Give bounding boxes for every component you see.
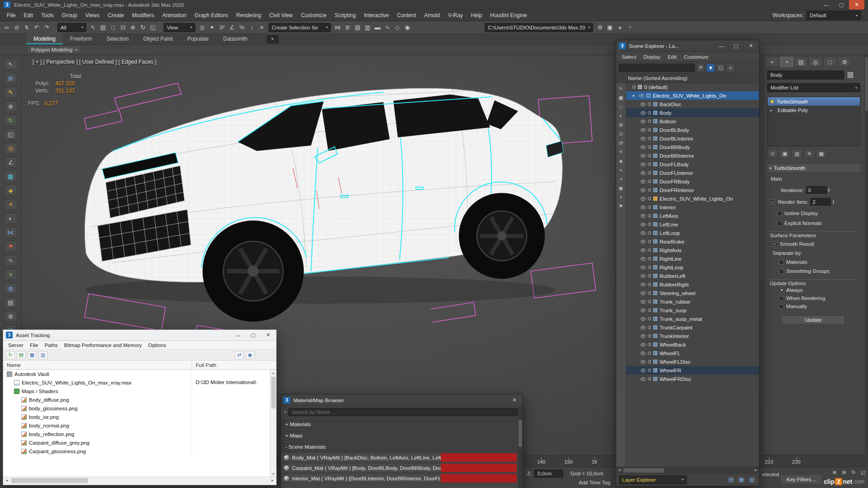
scene-object-row[interactable]: WheelFRDisc	[626, 375, 759, 383]
window-crossing-icon[interactable]: ⊡	[118, 23, 128, 32]
scene-object-row[interactable]: Electric_SUV_White_Lights_On	[626, 194, 759, 203]
scale-tool-icon[interactable]: ◱	[5, 129, 17, 140]
asset-row-body-reflection[interactable]: body_reflection.png	[3, 430, 276, 438]
material-browser-scrollbar[interactable]	[518, 406, 523, 488]
at-menu-server[interactable]: Server	[5, 341, 27, 350]
menu-help[interactable]: Help	[467, 10, 486, 21]
asset-row-body-glossiness[interactable]: body_glossiness.png	[3, 404, 276, 413]
scene-object-row[interactable]: Body	[626, 108, 759, 117]
scene-explorer-hscrollbar[interactable]: ◄ ►	[616, 467, 759, 473]
menu-modifiers[interactable]: Modifiers	[128, 10, 158, 21]
visibility-eye-icon[interactable]	[641, 369, 646, 372]
pan-icon[interactable]: ⊞	[840, 468, 849, 476]
redo-icon[interactable]: ↷	[42, 23, 52, 32]
spinner-arrows-icon[interactable]: ▲▼	[832, 200, 835, 204]
visibility-eye-icon[interactable]	[641, 120, 646, 123]
scene-object-row[interactable]: WheelFL	[626, 349, 759, 357]
turbosmooth-rollout-header[interactable]: ▾ TurboSmooth	[766, 164, 861, 173]
grid-view-icon[interactable]: ▦	[737, 476, 746, 484]
menu-file[interactable]: File	[3, 10, 19, 21]
add-time-tag[interactable]: Add Time Tag	[579, 480, 610, 485]
isoline-checkbox[interactable]	[777, 211, 782, 216]
object-name-field[interactable]: Body	[767, 70, 844, 80]
visibility-eye-icon[interactable]	[641, 137, 646, 141]
scroll-left-icon[interactable]: ◄	[616, 467, 623, 474]
scene-object-row[interactable]: RightLine	[626, 254, 759, 263]
select-all-icon[interactable]: ▣	[617, 94, 625, 102]
render-production-icon[interactable]: ◕	[615, 23, 625, 32]
align-tool-icon[interactable]: ≡	[5, 269, 17, 280]
modify-tab-icon[interactable]: ◔	[780, 57, 793, 67]
explicit-normals-checkbox[interactable]	[777, 221, 782, 226]
details-view-icon[interactable]: ▥	[38, 351, 47, 359]
shading-tool-icon[interactable]: ◐	[5, 213, 17, 224]
table-view-icon[interactable]: ▤	[17, 351, 26, 359]
maximize-button[interactable]: ▢	[834, 0, 849, 9]
visibility-eye-icon[interactable]	[641, 317, 646, 321]
scene-object-row[interactable]: DoorBRBody	[626, 143, 759, 151]
search-input[interactable]	[619, 64, 695, 72]
menu-houdini-engine[interactable]: Houdini Engine	[486, 10, 531, 21]
iterations-value[interactable]: 0	[806, 186, 827, 194]
create-tab-icon[interactable]: +	[765, 57, 779, 67]
flag-tool-icon[interactable]: ⚑	[5, 241, 17, 252]
move-icon[interactable]: ⊕	[128, 23, 138, 32]
visibility-eye-icon[interactable]	[641, 206, 646, 209]
scrollbar-thumb[interactable]	[11, 478, 88, 483]
maximize-button[interactable]: ▢	[248, 331, 259, 340]
visibility-eye-icon[interactable]	[641, 197, 646, 201]
scroll-left-icon[interactable]: ◄	[3, 479, 10, 483]
scene-object-row[interactable]: DoorBRInterior	[626, 151, 759, 160]
asset-row-carpaint-diffuse[interactable]: Carpaint_diffuse_grey.png	[3, 438, 276, 447]
visibility-eye-icon[interactable]	[641, 223, 646, 226]
scene-object-row[interactable]: DoorFRInterior	[626, 186, 759, 194]
visibility-eye-icon[interactable]	[641, 352, 646, 355]
visibility-eye-icon[interactable]	[641, 257, 646, 261]
spinner-arrows-icon[interactable]: ▲▼	[828, 188, 830, 192]
spinner-snap-icon[interactable]: ↕	[247, 23, 257, 32]
material-row-body-mat[interactable]: Body_Mat ( VRayMtl ) [BackDisc, Bottom, …	[281, 453, 517, 462]
visibility-eye-icon[interactable]	[641, 111, 646, 115]
asset-tracking-titlebar[interactable]: 3 Asset Tracking — ▢ ✕	[3, 330, 276, 341]
scene-object-row[interactable]: LeftLoop	[626, 229, 759, 237]
show-shapes-icon[interactable]: ∿	[617, 166, 625, 174]
explorer-mode-dropdown[interactable]: Layer Explorer ▾	[619, 475, 687, 484]
menu-content[interactable]: Content	[393, 10, 420, 21]
pick-icon[interactable]: ↖	[617, 84, 625, 93]
asset-row-maps[interactable]: Maps / Shaders	[3, 387, 276, 395]
select-by-name-icon[interactable]: ▤	[98, 23, 108, 32]
minimize-button[interactable]: —	[818, 0, 834, 9]
material-tool-icon[interactable]: ◍	[5, 283, 17, 294]
modifier-list-dropdown[interactable]: Modifier List ▾	[767, 83, 860, 92]
material-browser-titlebar[interactable]: 3 Material/Map Browser ✕	[281, 394, 523, 406]
utilities-tab-icon[interactable]: ⚙	[838, 57, 851, 67]
visibility-eye-icon[interactable]	[641, 171, 646, 175]
scene-object-row[interactable]: TrunkInterior	[626, 332, 759, 340]
paint-select-icon[interactable]: ✎	[5, 87, 17, 98]
configure-modifier-sets-icon[interactable]: ▦	[816, 149, 827, 158]
undo-icon[interactable]: ↶	[32, 23, 42, 32]
rotate-tool-icon[interactable]: ↻	[5, 115, 17, 126]
scene-object-row[interactable]: Trunk_susp_metal	[626, 314, 759, 323]
render-setup-icon[interactable]: ⚙	[595, 23, 605, 32]
remove-modifier-icon[interactable]: ✕	[804, 149, 815, 158]
ribbon-tab-populate[interactable]: Populate	[180, 33, 216, 44]
materials-checkbox[interactable]	[779, 260, 784, 265]
menu-arnold[interactable]: Arnold	[420, 10, 444, 21]
gizmo-tool-icon[interactable]: ◈	[5, 185, 17, 196]
scene-object-row[interactable]: DoorBLBody	[626, 126, 759, 134]
object-color-swatch[interactable]	[847, 71, 854, 79]
percent-snap-icon[interactable]: %	[237, 23, 247, 32]
mirror-tool-icon[interactable]: ⋈	[5, 227, 17, 238]
smooth-result-checkbox[interactable]: ✓	[773, 242, 778, 247]
polygon-modeling-button[interactable]: Polygon Modeling ▾	[27, 46, 81, 54]
info-icon[interactable]: ◉	[245, 351, 255, 359]
find-icon[interactable]: ⊙	[617, 130, 625, 138]
name-column-header[interactable]: Name	[3, 361, 192, 369]
layer-row-electric-suv[interactable]: ▾ Electric_SUV_White_Lights_On	[626, 91, 759, 100]
scene-object-row[interactable]: Bottom	[626, 117, 759, 126]
scene-object-row[interactable]: RightAxis	[626, 246, 759, 254]
scroll-right-icon[interactable]: ►	[753, 467, 759, 474]
scene-object-row[interactable]: Trunk_rubber	[626, 297, 759, 306]
asset-row-body-ior[interactable]: body_ior.png	[3, 413, 276, 421]
